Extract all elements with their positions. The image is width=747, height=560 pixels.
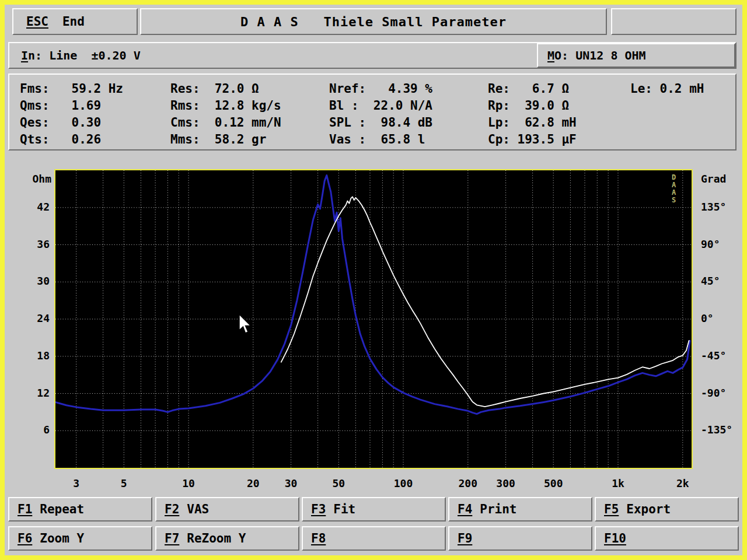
ohm-tick-label: 18	[22, 349, 50, 362]
fn-button-label: Repeat	[40, 502, 84, 516]
series-phase	[281, 197, 689, 407]
parameter-row: Qes: 0.30Cms: 0.12 mm/NSPL : 98.4 dBLp: …	[20, 114, 735, 131]
app-window: ESC End D A A S Thiele Small Parameter I…	[0, 0, 747, 560]
grad-tick-label: -135°	[701, 424, 743, 436]
grad-tick-label: 90°	[701, 238, 743, 250]
parameter-cell: Rp: 39.0 Ω	[488, 99, 630, 113]
grad-tick-label: 45°	[701, 275, 743, 287]
freq-tick-label: 200	[451, 477, 486, 489]
freq-tick-label: 10	[171, 477, 206, 489]
freq-tick-label: 500	[536, 477, 571, 489]
fn-key-label: F1	[18, 502, 32, 516]
fn-button-f9[interactable]: F9	[448, 526, 592, 551]
fn-button-f5[interactable]: F5Export	[595, 497, 739, 522]
fn-button-label: ReZoom Y	[187, 531, 246, 545]
freq-tick-label: 3	[59, 477, 94, 489]
fn-key-label: F6	[18, 531, 32, 545]
ohm-tick-label: 42	[22, 201, 50, 213]
ohm-tick-label: 30	[22, 275, 50, 287]
fn-button-label: VAS	[187, 502, 209, 516]
svg-text:A: A	[672, 181, 676, 189]
fn-key-label: F2	[165, 502, 179, 516]
fn-button-f8[interactable]: F8	[302, 526, 446, 551]
freq-tick-label: 2k	[665, 477, 700, 489]
mouse-cursor	[238, 314, 253, 335]
right-axis-title: Grad	[701, 173, 726, 185]
fn-key-label: F5	[604, 502, 619, 516]
freq-tick-label: 20	[236, 477, 271, 489]
title-text: D A A S Thiele Small Parameter	[240, 15, 507, 29]
fn-button-f4[interactable]: F4Print	[448, 497, 592, 522]
input-hotkey: I	[21, 48, 28, 62]
impedance-phase-plot: DAAS	[55, 170, 692, 468]
esc-key-label: ESC	[26, 15, 48, 29]
fn-key-label: F10	[604, 531, 626, 545]
parameter-row: Fms: 59.2 HzRes: 72.0 ΩNref: 4.39 %Re: 6…	[20, 80, 735, 97]
parameter-cell: Res: 72.0 Ω	[170, 82, 329, 96]
fn-button-f10[interactable]: F10	[595, 526, 739, 551]
ohm-tick-label: 6	[22, 424, 50, 436]
svg-text:D: D	[672, 173, 676, 181]
parameter-row: Qts: 0.26Mms: 58.2 grVas : 65.8 lCp: 193…	[20, 131, 735, 148]
esc-end-label: End	[62, 15, 85, 29]
fn-button-label: Export	[626, 502, 671, 516]
parameter-panel: Fms: 59.2 HzRes: 72.0 ΩNref: 4.39 %Re: 6…	[8, 74, 736, 150]
freq-tick-label: 5	[106, 477, 141, 489]
parameter-cell: Cp: 193.5 µF	[488, 132, 630, 146]
left-axis-title: Ohm	[21, 173, 51, 185]
parameter-row: Qms: 1.69Rms: 12.8 kg/sBl : 22.0 N/ARp: …	[20, 97, 735, 114]
grad-tick-label: -90°	[701, 387, 743, 399]
fn-button-f7[interactable]: F7ReZoom Y	[155, 526, 299, 551]
svg-text:S: S	[672, 196, 676, 204]
parameter-cell: Le: 0.2 mH	[630, 82, 735, 96]
parameter-cell: Rms: 12.8 kg/s	[170, 99, 329, 113]
titlebar-right-box	[611, 8, 736, 35]
fn-button-f3[interactable]: F3Fit	[302, 497, 446, 522]
grad-tick-label: 135°	[701, 201, 743, 213]
fn-button-f2[interactable]: F2VAS	[155, 497, 299, 522]
parameter-cell: Qts: 0.26	[20, 132, 170, 146]
parameter-cell: Bl : 22.0 N/A	[329, 99, 488, 113]
fn-key-label: F8	[311, 531, 326, 545]
fn-button-label: Fit	[333, 502, 355, 516]
parameter-cell: Fms: 59.2 Hz	[20, 82, 170, 96]
freq-tick-label: 300	[488, 477, 523, 489]
series-impedance-magnitude	[55, 176, 690, 414]
fn-button-label: Zoom Y	[40, 531, 84, 545]
input-status-bar: In: Line ±0.20 V MO: UN12 8 OHM	[8, 42, 736, 69]
parameter-cell: Cms: 0.12 mm/N	[170, 116, 329, 130]
ohm-tick-label: 12	[22, 387, 50, 399]
fn-key-label: F3	[311, 502, 326, 516]
freq-tick-label: 30	[274, 477, 309, 489]
parameter-cell: Nref: 4.39 %	[329, 82, 488, 96]
input-level-label: In: Line ±0.20 V	[21, 48, 141, 62]
plot-area[interactable]: DAAS	[54, 169, 693, 469]
parameter-cell: Mms: 58.2 gr	[170, 132, 329, 146]
parameter-cell: Qms: 1.69	[20, 99, 170, 113]
input-level-text: n: Line ±0.20 V	[28, 48, 141, 62]
grad-tick-label: 0°	[701, 312, 743, 324]
parameter-cell: Vas : 65.8 l	[329, 132, 488, 146]
mode-hotkey: M	[547, 48, 554, 62]
fn-key-label: F7	[165, 531, 179, 545]
ohm-tick-label: 36	[22, 238, 50, 250]
fn-key-label: F9	[458, 531, 472, 545]
window-title: D A A S Thiele Small Parameter	[140, 8, 607, 35]
freq-tick-label: 100	[386, 477, 421, 489]
fn-button-f6[interactable]: F6Zoom Y	[8, 526, 152, 551]
grad-tick-label: -45°	[701, 349, 743, 362]
ohm-tick-label: 24	[22, 312, 50, 324]
fn-key-label: F4	[458, 502, 472, 516]
fn-button-label: Print	[480, 502, 516, 516]
parameter-cell: Qes: 0.30	[20, 116, 170, 130]
fn-button-f1[interactable]: F1Repeat	[8, 497, 152, 522]
parameter-cell: Lp: 62.8 mH	[488, 116, 630, 130]
freq-tick-label: 1k	[601, 477, 636, 489]
mode-text: O: UN12 8 OHM	[554, 48, 646, 62]
freq-tick-label: 50	[321, 477, 356, 489]
parameter-cell: Re: 6.7 Ω	[488, 82, 630, 96]
svg-text:A: A	[672, 188, 676, 197]
esc-button[interactable]: ESC End	[12, 8, 138, 35]
parameter-cell: SPL : 98.4 dB	[329, 116, 488, 130]
mode-selector[interactable]: MO: UN12 8 OHM	[537, 43, 735, 68]
